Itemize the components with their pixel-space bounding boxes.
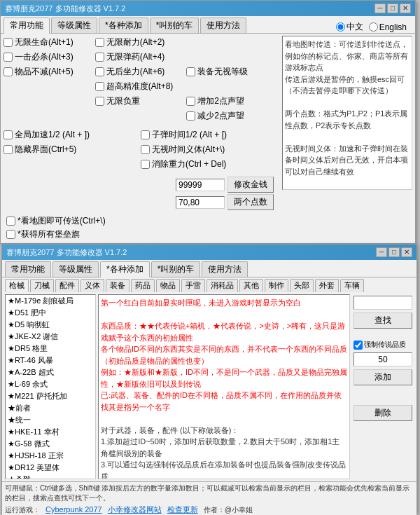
right-controls: 查找 强制传说品质 添加 删除 [352, 294, 414, 479]
radio-chinese[interactable]: 中文 [336, 21, 363, 33]
title-bar-buttons-2: ─ □ ✕ [376, 247, 412, 257]
cb-no-time-cyberware: 无视时间义体(Alt+\) [141, 143, 276, 156]
info-line-9: 3.可以通过勾选强制传说品质后在添加装备时也提品装备强制改变传说品质 [101, 459, 347, 479]
cb-infinite-life: 无限生命(Alt+1) [4, 36, 94, 49]
status-text: 可用键鼠：Ctrl键多选，Shift键 添加按后左方的数字量添加数目；可以截减可… [5, 483, 414, 503]
tab2-feature[interactable]: 常用功能 [5, 261, 51, 277]
delete-btn[interactable]: 删除 [354, 405, 412, 421]
spacer3 [4, 80, 94, 91]
subtab-craft[interactable]: 制作 [265, 279, 288, 292]
cb-infinite-stamina: 无限耐力(Alt+2) [95, 36, 186, 49]
item-list[interactable]: ★M-179e 刻痕破局 ★D51 肥中 ★D5 响彻虹 ★JKE-X2 谢信 … [5, 294, 96, 479]
list-item-11[interactable]: ★HKE-11 幸村 [6, 426, 95, 438]
points-row: 两个点数 [6, 194, 274, 210]
spacer9 [4, 158, 139, 169]
maximize-btn-1[interactable]: □ [387, 4, 398, 13]
list-item-1[interactable]: ★D51 肥中 [6, 307, 95, 319]
subtab-item[interactable]: 物品 [156, 279, 180, 292]
language-selector: 中文 English [336, 21, 407, 33]
list-item-0[interactable]: ★M-179e 刻痕破局 [6, 295, 95, 307]
search-input[interactable] [354, 296, 412, 310]
list-item-4[interactable]: ★DR5 格里 [6, 343, 95, 355]
tab2-car[interactable]: *叫别的车 [151, 261, 201, 277]
w1-right-panel: 看地图时传送：可传送到非传送点，例如你的标记点、你家、商店等所有游戏标志点 传送… [279, 36, 412, 241]
subtab-grenade[interactable]: 手雷 [181, 279, 205, 292]
force-quality-label: 强制传说品质 [364, 340, 406, 350]
info-line-5: 已:武器、装备、配件的ID在不同格，品质不属不同，在作用的品质并依找其是指另一个… [101, 390, 347, 413]
spacer4 [186, 80, 276, 91]
list-item-6[interactable]: ★A-22B 超式 [6, 366, 95, 378]
list-item-12[interactable]: ★G-58 微式 [6, 438, 95, 450]
game-label: 运行游戏： [5, 505, 40, 515]
list-item-5[interactable]: ★RT-46 风暴 [6, 355, 95, 366]
money-btn[interactable]: 修改金钱 [227, 177, 274, 193]
subtab-coat[interactable]: 外套 [315, 279, 339, 292]
spacer6 [4, 109, 94, 121]
minimize-btn-2[interactable]: ─ [376, 247, 387, 257]
author-label: 作者：@小幸姐 [204, 505, 253, 515]
tab1-usage[interactable]: 使用方法 [200, 18, 246, 33]
cb-no-gravity: 消除重力(Ctrl + Del) [141, 158, 276, 171]
subtab-medicine[interactable]: 药品 [131, 279, 155, 292]
title-bar-2: 赛博朋克2077 多功能修改器 V1.7.2 ─ □ ✕ [2, 245, 416, 260]
query-btn[interactable]: 查找 [354, 313, 412, 329]
w1-main: 无限生命(Alt+1) 无限耐力(Alt+2) 一击必杀(Alt+3) 无限弹药… [1, 34, 415, 243]
subtab-accessory[interactable]: 配件 [55, 279, 79, 292]
cb-item-nodec: 物品不减(Alt+5) [4, 65, 94, 78]
close-btn-2[interactable]: ✕ [401, 247, 412, 257]
subtab-equipment[interactable]: 装备 [106, 279, 130, 292]
site-link[interactable]: 小幸修改器网站 [108, 504, 162, 515]
list-item-10[interactable]: ★统一 [6, 414, 95, 426]
tab2-usage[interactable]: 使用方法 [202, 261, 248, 277]
info-line-7: 对于武器，装备，配件 (以下称做装备)： [101, 425, 347, 437]
list-item-8[interactable]: ★M221 萨托托加 [6, 390, 95, 402]
force-quality-row: 强制传说品质 [354, 340, 412, 350]
status-bar: 可用键鼠：Ctrl键多选，Shift键 添加按后左方的数字量添加数目；可以截减可… [2, 481, 416, 515]
cb-add-rep: 增加2点声望 [186, 95, 276, 108]
add-btn[interactable]: 添加 [354, 369, 412, 385]
subtab-consumable[interactable]: 消耗品 [206, 279, 238, 292]
force-quality-checkbox[interactable] [354, 341, 363, 350]
cb-one-hit: 一击必杀(Alt+3) [4, 50, 94, 64]
spacer7 [95, 109, 186, 121]
cb-hide-ui: 隐藏界面(Ctrl+5) [4, 143, 139, 156]
cb-infinite-weight: 无限负重 [95, 95, 186, 108]
list-item-9[interactable]: ★前者 [6, 402, 95, 414]
subtab-cyberware[interactable]: 义体 [80, 279, 104, 292]
minimize-btn-1[interactable]: ─ [374, 4, 386, 13]
info-line-2: 东西品质：★★代表传说+箱机，★代表传说，>史诗，>稀有，这只是游戏赋予这个东西… [101, 320, 347, 343]
list-item-3[interactable]: ★JKE-X2 谢信 [6, 331, 95, 343]
tab1-level[interactable]: 等级属性 [51, 18, 97, 33]
close-btn-1[interactable]: ✕ [400, 4, 411, 13]
subtab-other[interactable]: 其他 [239, 279, 263, 292]
spacer1 [186, 36, 276, 47]
list-item-13[interactable]: ★HJSH-18 正宗 [6, 450, 95, 462]
subtab-gun[interactable]: 枪械 [5, 279, 29, 292]
title-bar-buttons-1: ─ □ ✕ [374, 4, 411, 13]
tab2-level[interactable]: 等级属性 [52, 261, 99, 277]
window1-title: 赛博朋克2077 多功能修改器 V1.7.2 [5, 4, 125, 14]
game-link[interactable]: Cyberpunk 2077 [46, 504, 102, 515]
list-item-7[interactable]: ★L-69 余式 [6, 378, 95, 390]
cb-dec-rep: 减少2点声望 [186, 109, 276, 123]
tab2-add[interactable]: *各种添加 [100, 261, 150, 277]
list-item-14[interactable]: ★DR12 美望体 [6, 462, 95, 474]
subtab-vehicle[interactable]: 车辆 [340, 279, 364, 292]
tab1-car[interactable]: *叫别的车 [150, 18, 200, 33]
points-btn[interactable]: 两个点数 [227, 194, 274, 210]
points-input[interactable] [176, 196, 225, 209]
subtab-blade[interactable]: 刀械 [30, 279, 54, 292]
cb-infinite-ammo: 无限弹药(Alt+4) [95, 50, 186, 64]
money-input[interactable] [176, 179, 225, 191]
sub-tab-bar: 枪械 刀械 配件 义体 装备 药品 物品 手雷 消耗品 其他 制作 头部 外套 … [2, 279, 416, 292]
quality-input[interactable] [354, 352, 412, 366]
tab1-add[interactable]: *各种添加 [99, 18, 148, 33]
cb-super-accuracy: 超高精准度(Alt+8) [95, 80, 186, 93]
maximize-btn-2[interactable]: □ [388, 247, 400, 257]
subtab-head[interactable]: 头部 [290, 279, 314, 292]
list-item-2[interactable]: ★D5 响彻虹 [6, 319, 95, 331]
tab1-feature[interactable]: 常用功能 [4, 18, 50, 34]
radio-english[interactable]: English [369, 22, 407, 32]
check-update-link[interactable]: 检查更新 [167, 504, 198, 515]
list-item-15[interactable]: ★杀戮 [6, 474, 95, 479]
